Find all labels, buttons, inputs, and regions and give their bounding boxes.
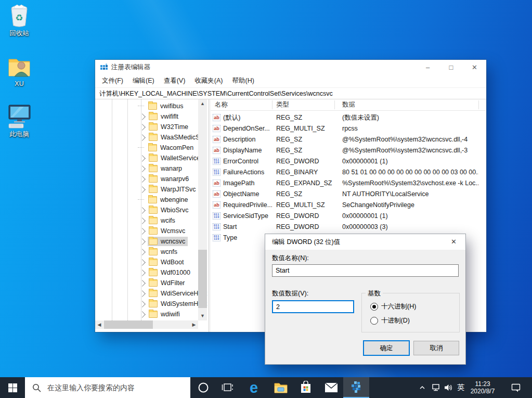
desktop-icon-recycle-bin[interactable]: ♻ 回收站 <box>2 4 36 38</box>
registry-value-row[interactable]: 011110FailureActionsREG_BINARY80 51 01 0… <box>211 167 486 178</box>
tree-item-WaaSMedicSvc[interactable]: WaaSMedicSvc <box>95 132 209 143</box>
regedit-titlebar[interactable]: 注册表编辑器 – □ ✕ <box>95 60 486 74</box>
tree-vertical-scrollbar[interactable]: ▲ ▼ <box>198 99 207 320</box>
scroll-down-arrow[interactable]: ▼ <box>198 312 207 320</box>
tree-item-wcifs[interactable]: wcifs <box>95 215 209 226</box>
tree-item-WacomPen[interactable]: WacomPen <box>95 143 209 153</box>
column-separator[interactable] <box>478 100 479 109</box>
minimize-button[interactable]: – <box>416 60 439 74</box>
expander-icon[interactable] <box>139 280 146 287</box>
expander-icon[interactable] <box>139 249 146 255</box>
ok-button[interactable]: 确定 <box>363 340 410 356</box>
tree-item-wcnfs[interactable]: wcnfs <box>95 247 209 257</box>
radio-hexadecimal[interactable]: 十六进制(H) <box>370 302 416 311</box>
value-name-field[interactable] <box>272 264 459 277</box>
column-header-name[interactable]: 名称 <box>215 99 228 110</box>
tree-item-WalletService[interactable]: WalletService <box>95 153 209 163</box>
dialog-titlebar[interactable]: 编辑 DWORD (32 位)值 ✕ <box>265 234 465 250</box>
expander-icon[interactable] <box>139 176 146 183</box>
scroll-left-arrow[interactable]: ◀ <box>95 320 103 329</box>
registry-value-row[interactable]: ab(默认)REG_SZ(数值未设置) <box>211 112 486 123</box>
close-button[interactable]: ✕ <box>463 60 486 74</box>
volume-tray-button[interactable] <box>442 377 455 398</box>
tree-item-WbioSrvc[interactable]: WbioSrvc <box>95 205 209 215</box>
maximize-button[interactable]: □ <box>439 60 463 74</box>
expander-icon[interactable] <box>139 228 146 235</box>
task-view-button[interactable] <box>215 377 239 398</box>
desktop-icon-user-folder[interactable]: XU <box>2 55 36 87</box>
tree-item-Wdf01000[interactable]: Wdf01000 <box>95 267 209 278</box>
expander-icon[interactable] <box>139 301 146 307</box>
action-center-button[interactable] <box>505 377 526 398</box>
registry-value-row[interactable]: abImagePathREG_EXPAND_SZ%SystemRoot%\Sys… <box>211 178 486 189</box>
network-tray-button[interactable] <box>430 377 442 398</box>
menu-item[interactable]: 文件(F) <box>97 74 128 87</box>
taskbar-search[interactable] <box>25 377 190 398</box>
menu-item[interactable]: 编辑(E) <box>128 74 159 87</box>
menu-item[interactable]: 帮助(H) <box>227 74 258 87</box>
expander-icon[interactable] <box>139 155 146 162</box>
tree-item-WdBoot[interactable]: WdBoot <box>95 257 209 267</box>
column-header-data[interactable]: 数据 <box>342 99 355 110</box>
scroll-right-arrow[interactable]: ▶ <box>190 320 198 329</box>
expander-icon[interactable] <box>139 217 146 224</box>
expander-icon[interactable] <box>139 113 146 120</box>
expander-icon[interactable] <box>139 186 146 193</box>
clock[interactable]: 11:23 2020/8/7 <box>467 377 498 398</box>
expander-icon[interactable] <box>139 124 146 131</box>
expander-icon[interactable] <box>139 238 146 245</box>
tree-horizontal-scrollbar[interactable]: ◀ ▶ <box>95 320 198 329</box>
tree-item-vwififlt[interactable]: vwififlt <box>95 111 209 122</box>
tree-item-wbengine[interactable]: wbengine <box>95 195 209 205</box>
tray-expand-button[interactable] <box>416 377 429 398</box>
expander-icon[interactable] <box>139 134 146 141</box>
cancel-button[interactable]: 取消 <box>413 341 459 355</box>
tree-item-WdiServiceHost[interactable]: WdiServiceHost <box>95 288 209 299</box>
tree-item-WarpJITSvc[interactable]: WarpJITSvc <box>95 184 209 195</box>
tree-item-wanarp[interactable]: wanarp <box>95 163 209 174</box>
column-separator[interactable] <box>272 100 273 109</box>
microsoft-store-button[interactable] <box>294 377 318 398</box>
tree-item-wdiwifi[interactable]: wdiwifi <box>95 309 209 319</box>
regedit-taskbar-button[interactable] <box>343 377 369 398</box>
registry-value-row[interactable]: abDependOnSer...REG_MULTI_SZrpcss <box>211 123 486 134</box>
scroll-up-arrow[interactable]: ▲ <box>198 99 207 108</box>
edge-button[interactable]: e <box>242 377 266 398</box>
tree-item-wcncsvc[interactable]: wcncsvc <box>95 236 209 247</box>
scrollbar-thumb[interactable] <box>198 250 207 308</box>
tree-item-vwifibus[interactable]: vwifibus <box>95 101 209 111</box>
tree-item-WdiSystemHost[interactable]: WdiSystemHost <box>95 299 209 309</box>
registry-value-row[interactable]: 011110StartREG_DWORD0x00000003 (3) <box>211 222 486 233</box>
tree-item-wanarpv6[interactable]: wanarpv6 <box>95 174 209 184</box>
column-header-type[interactable]: 类型 <box>276 99 289 110</box>
menu-item[interactable]: 收藏夹(A) <box>190 74 227 87</box>
dialog-close-button[interactable]: ✕ <box>442 234 465 250</box>
value-data-field[interactable] <box>272 300 354 313</box>
tree-item-Wcmsvc[interactable]: Wcmsvc <box>95 226 209 236</box>
file-explorer-button[interactable] <box>269 377 293 398</box>
registry-value-row[interactable]: abDisplayNameREG_SZ@%SystemRoot%\system3… <box>211 145 486 156</box>
expander-icon[interactable] <box>139 259 146 266</box>
registry-value-row[interactable]: abObjectNameREG_SZNT AUTHORITY\LocalServ… <box>211 189 486 200</box>
expander-icon[interactable] <box>139 269 146 276</box>
tree-item-W32Time[interactable]: W32Time <box>95 122 209 132</box>
expander-icon[interactable] <box>139 290 146 297</box>
cortana-button[interactable] <box>191 377 215 398</box>
mail-button[interactable] <box>319 377 343 398</box>
start-button[interactable] <box>0 377 25 398</box>
registry-value-row[interactable]: abDescriptionREG_SZ@%SystemRoot%\system3… <box>211 134 486 145</box>
search-input[interactable] <box>46 383 178 392</box>
column-separator[interactable] <box>334 100 335 109</box>
scrollbar-thumb[interactable] <box>104 320 153 329</box>
registry-value-row[interactable]: abRequiredPrivile...REG_MULTI_SZSeChange… <box>211 200 486 211</box>
registry-value-row[interactable]: 011110ServiceSidTypeREG_DWORD0x00000001 … <box>211 211 486 222</box>
language-indicator[interactable]: 英 <box>455 377 467 398</box>
menu-item[interactable]: 查看(V) <box>159 74 190 87</box>
expander-icon[interactable] <box>139 207 146 214</box>
expander-icon[interactable] <box>139 165 146 172</box>
expander-icon[interactable] <box>139 311 146 318</box>
desktop-icon-this-pc[interactable]: 此电脑 <box>2 104 36 139</box>
address-bar[interactable]: 计算机\HKEY_LOCAL_MACHINE\SYSTEM\CurrentCon… <box>95 88 486 99</box>
radio-decimal[interactable]: 十进制(D) <box>370 316 410 325</box>
tree-item-WdFilter[interactable]: WdFilter <box>95 278 209 288</box>
